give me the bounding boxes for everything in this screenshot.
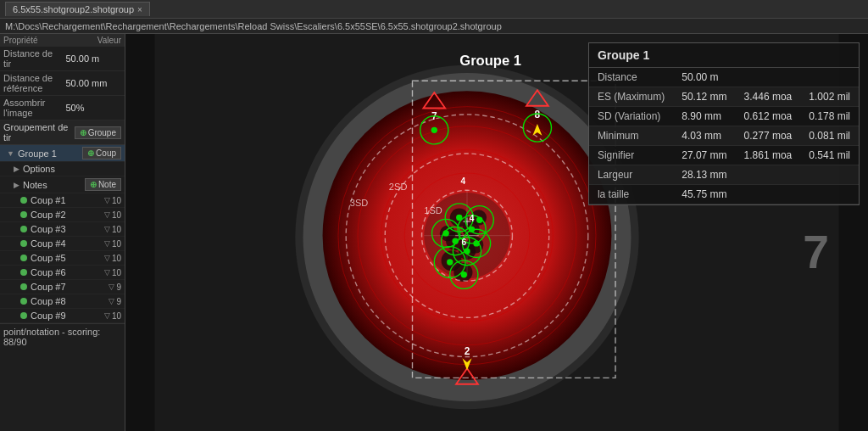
svg-text:8: 8 — [535, 109, 541, 120]
shot-dot-4 — [20, 240, 27, 247]
add-note-button[interactable]: ⊕ Note — [85, 178, 121, 191]
svg-point-43 — [473, 240, 479, 246]
svg-text:1SD: 1SD — [424, 205, 442, 216]
shot-item-3[interactable]: Coup #3 ▽ 10 — [0, 222, 125, 237]
stats-title: Groupe 1 — [589, 43, 859, 68]
shot-item-9[interactable]: Coup #9 ▽ 10 — [0, 309, 125, 323]
svg-text:2SD: 2SD — [389, 182, 408, 192]
svg-text:6: 6 — [461, 238, 466, 247]
score-bar: point/notation - scoring: 88/90 — [0, 323, 125, 350]
prop-header: Propriété Valeur — [0, 34, 125, 47]
table-row: Distance de tir 50.00 m — [0, 47, 125, 71]
svg-text:Groupe 1: Groupe 1 — [459, 53, 521, 69]
svg-point-47 — [461, 271, 467, 277]
shot-dot-1 — [20, 197, 27, 204]
notes-expand-icon: ▶ — [14, 181, 19, 189]
add-group-button[interactable]: ⊕ Groupe — [75, 126, 121, 139]
stats-row-distance: Distance 50.00 m — [589, 68, 859, 87]
stats-row-taille: la taille 45.75 mm — [589, 185, 859, 204]
options-expand-icon: ▶ — [14, 165, 19, 173]
svg-text:3SD: 3SD — [350, 198, 369, 208]
svg-text:4: 4 — [461, 176, 466, 186]
shot-dot-8 — [20, 298, 27, 305]
stats-row-largeur: Largeur 28.13 mm — [589, 165, 859, 185]
svg-text:4: 4 — [470, 214, 475, 223]
svg-point-41 — [476, 217, 482, 223]
stats-row-es: ES (Maximum) 50.12 mm 3.446 moa 1.002 mi… — [589, 87, 859, 107]
main-layout: Propriété Valeur Distance de tir 50.00 m… — [0, 34, 868, 431]
stats-table: Distance 50.00 m ES (Maximum) 50.12 mm 3… — [589, 68, 859, 204]
stats-panel: Groupe 1 Distance 50.00 m ES (Maximum) 5… — [588, 42, 860, 205]
tab-label: 6.5x55.shotgroup2.shotgroup — [13, 4, 134, 14]
table-row: Distance de référence 50.00 mm — [0, 71, 125, 96]
groupement-section: Groupement de tir ⊕ Groupe — [0, 120, 125, 145]
options-item[interactable]: ▶ Options — [0, 162, 125, 176]
shot-dot-3 — [20, 226, 27, 232]
svg-text:7: 7 — [803, 226, 829, 278]
stats-row-sd: SD (Variation) 8.90 mm 0.612 moa 0.178 m… — [589, 107, 859, 126]
file-tab[interactable]: 6.5x55.shotgroup2.shotgroup × — [5, 2, 150, 16]
svg-text:2: 2 — [465, 345, 470, 357]
shot-item-7[interactable]: Coup #7 ▽ 9 — [0, 280, 125, 294]
shot-item-4[interactable]: Coup #4 ▽ 10 — [0, 237, 125, 251]
shot-dot-9 — [20, 312, 27, 319]
table-row: Assombrir l'image 50% — [0, 96, 125, 120]
shot-item-6[interactable]: Coup #6 ▽ 10 — [0, 266, 125, 280]
shot-dot-6 — [20, 269, 27, 276]
stats-row-signifier: Signifier 27.07 mm 1.861 moa 0.541 mil — [589, 146, 859, 165]
shot-item-2[interactable]: Coup #2 ▽ 10 — [0, 208, 125, 222]
svg-point-45 — [447, 259, 453, 265]
group1-item[interactable]: ▼ Groupe 1 ⊕ Coup — [0, 145, 125, 162]
svg-point-39 — [442, 230, 448, 236]
shot-dot-2 — [20, 211, 27, 218]
tab-close-icon[interactable]: × — [137, 5, 142, 14]
file-path: M:\Docs\Rechargement\Rechargement\Rechar… — [0, 19, 868, 34]
stats-row-min: Minimum 4.03 mm 0.277 moa 0.081 mil — [589, 126, 859, 146]
svg-point-57 — [431, 127, 437, 133]
notes-item[interactable]: ▶ Notes ⊕ Note — [0, 176, 125, 193]
shot-dot-5 — [20, 255, 27, 261]
properties-table: Distance de tir 50.00 m Distance de réfé… — [0, 47, 125, 120]
shot-dot-7 — [20, 283, 27, 290]
left-panel: Propriété Valeur Distance de tir 50.00 m… — [0, 34, 125, 431]
shot-item-5[interactable]: Coup #5 ▽ 10 — [0, 251, 125, 266]
shot-item-1[interactable]: Coup #1 ▽ 10 — [0, 193, 125, 208]
expand-icon: ▼ — [7, 149, 14, 158]
target-canvas-area[interactable]: 3SD 2SD 1SD — [125, 34, 868, 431]
title-bar: 6.5x55.shotgroup2.shotgroup × — [0, 0, 868, 19]
shot-item-8[interactable]: Coup #8 ▽ 9 — [0, 294, 125, 309]
add-coup-button[interactable]: ⊕ Coup — [82, 147, 121, 160]
